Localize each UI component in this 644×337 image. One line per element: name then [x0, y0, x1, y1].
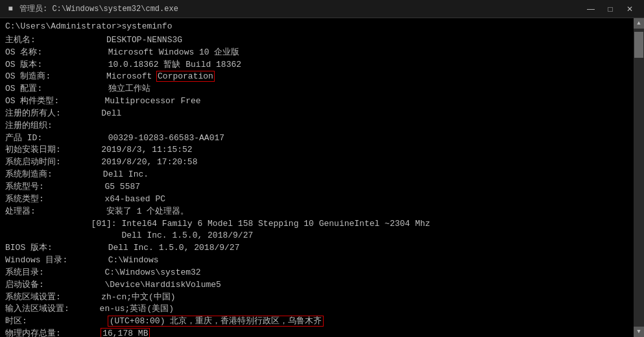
- title-bar-controls: — □ ✕: [582, 2, 639, 16]
- window-container: ■ 管理员: C:\Windows\system32\cmd.exe — □ ✕…: [0, 0, 644, 337]
- scroll-thumb[interactable]: [634, 32, 643, 58]
- line-org: 注册的组织:: [5, 120, 628, 132]
- line-cpu-detail: [01]: Intel64 Family 6 Model 158 Steppin…: [5, 218, 628, 231]
- line-os-version: OS 版本: 10.0.18362 暂缺 Build 18362: [5, 59, 628, 71]
- line-processor: 处理器: 安装了 1 个处理器。: [5, 206, 628, 218]
- line-boot-device: 启动设备: \Device\HarddiskVolume5: [5, 279, 628, 292]
- line-sys-manufacturer: 系统制造商: Dell Inc.: [5, 169, 628, 181]
- line-input-locale: 输入法区域设置: en-us;英语(美国): [5, 303, 628, 316]
- title-bar-left: ■ 管理员: C:\Windows\system32\cmd.exe: [5, 3, 178, 14]
- line-bios-version: BIOS 版本: Dell Inc. 1.5.0, 2018/9/27: [5, 242, 628, 255]
- prompt-line: C:\Users\Administrator>systeminfo: [5, 21, 628, 33]
- cmd-icon: ■: [5, 4, 16, 14]
- line-os-build: OS 构件类型: Multiprocessor Free: [5, 95, 628, 108]
- line-windows-dir: Windows 目录: C:\Windows: [5, 255, 628, 267]
- line-install-date: 初始安装日期: 2019/8/3, 11:15:52: [5, 144, 628, 156]
- scrollbar[interactable]: ▲ ▼: [634, 18, 644, 337]
- line-owner: 注册的所有人: Dell: [5, 108, 628, 120]
- line-sys-type: 系统类型: x64-based PC: [5, 193, 628, 206]
- line-hostname: 主机名: DESKTOP-NENNS3G: [5, 34, 628, 47]
- terminal[interactable]: C:\Users\Administrator>systeminfo 主机名: D…: [0, 18, 634, 337]
- line-product-id: 产品 ID: 00329-10283-66583-AA017: [5, 132, 628, 145]
- scroll-up-arrow[interactable]: ▲: [634, 18, 644, 29]
- scroll-down-arrow[interactable]: ▼: [634, 327, 644, 337]
- scroll-track[interactable]: [634, 29, 644, 327]
- line-total-ram: 物理内存总量: 16,178 MB: [5, 328, 628, 337]
- maximize-button[interactable]: □: [601, 2, 619, 16]
- window-title: 管理员: C:\Windows\system32\cmd.exe: [19, 3, 178, 14]
- line-timezone: 时区: (UTC+08:00) 北京，重庆，香港特别行政区，乌鲁木齐: [5, 316, 628, 328]
- line-bios: Dell Inc. 1.5.0, 2018/9/27: [5, 230, 628, 242]
- close-button[interactable]: ✕: [621, 2, 639, 16]
- line-os-manufacturer: OS 制造商: Microsoft Corporation: [5, 71, 628, 83]
- content-wrapper: C:\Users\Administrator>systeminfo 主机名: D…: [0, 18, 644, 337]
- line-boot-time: 系统启动时间: 2019/8/20, 17:20:58: [5, 156, 628, 169]
- minimize-button[interactable]: —: [582, 2, 600, 16]
- line-os-name: OS 名称: Microsoft Windows 10 企业版: [5, 47, 628, 59]
- line-os-config: OS 配置: 独立工作站: [5, 83, 628, 95]
- line-sys-model: 系统型号: G5 5587: [5, 181, 628, 193]
- title-bar: ■ 管理员: C:\Windows\system32\cmd.exe — □ ✕: [0, 0, 644, 18]
- line-sys-dir: 系统目录: C:\Windows\system32: [5, 267, 628, 279]
- line-sys-locale: 系统区域设置: zh-cn;中文(中国): [5, 292, 628, 304]
